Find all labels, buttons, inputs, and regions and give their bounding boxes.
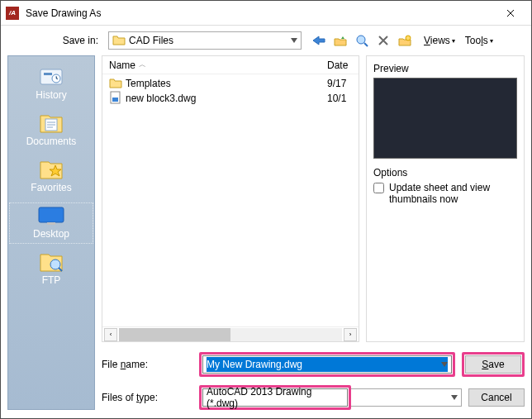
history-icon [35,64,68,89]
scroll-right-button[interactable]: › [344,328,357,341]
new-folder-button[interactable] [396,31,414,50]
chevron-down-icon [451,395,458,400]
preview-label: Preview [373,63,517,74]
svg-point-0 [357,36,365,44]
toolbar-icons [310,31,414,50]
save-in-value: CAD Files [129,35,173,46]
column-name[interactable]: Name ︿ [109,60,327,71]
delete-icon [378,35,389,46]
close-icon [506,9,515,17]
search-web-icon [355,34,368,47]
scroll-thumb[interactable] [119,328,230,341]
svg-rect-7 [47,222,55,225]
save-in-row: Save in: CAD Files Views▾ Tools▾ [7,29,525,52]
svg-point-1 [406,36,411,40]
file-list-panel: Name ︿ Date Templates 9/17 [102,55,359,342]
delete-button[interactable] [374,31,392,50]
column-date-label: Date [327,60,348,71]
views-label: iews [430,35,450,46]
column-date[interactable]: Date [327,60,352,71]
options-section: Options Update sheet and view thumbnails… [373,167,517,205]
place-favorites-label: Favorites [31,182,71,193]
save-button[interactable]: Save [465,355,521,374]
folder-up-icon [334,35,347,46]
place-ftp[interactable]: FTP [8,248,94,291]
bottom-rows: File name: Save [102,352,525,410]
new-folder-icon [398,35,411,46]
cancel-button[interactable]: Cancel [468,388,525,407]
back-arrow-icon [311,35,326,46]
filename-dropdown[interactable] [202,355,452,374]
views-menu[interactable]: Views▾ [420,33,458,48]
place-desktop[interactable]: Desktop [8,202,94,245]
place-favorites[interactable]: Favorites [8,155,94,198]
list-item[interactable]: new block3.dwg 10/1 [109,91,352,106]
place-ftp-label: FTP [42,274,61,286]
file-name: Templates [126,78,324,89]
documents-icon [35,111,68,136]
filename-input[interactable] [207,357,448,372]
middle-area: History Documents Favorites Desktop FTP [7,55,525,410]
save-in-dropdown[interactable]: CAD Files [108,31,302,50]
file-area: Name ︿ Date Templates 9/17 [102,55,525,410]
place-documents-label: Documents [26,136,77,147]
file-grid: Name ︿ Date Templates 9/17 [102,55,525,342]
list-item[interactable]: Templates 9/17 [109,76,352,91]
favorites-icon [35,157,68,182]
svg-rect-6 [39,207,64,222]
filetype-label: Files of type: [102,392,192,403]
window-title: Save Drawing As [26,7,492,19]
file-date: 9/17 [327,78,352,89]
preview-box [373,78,517,159]
place-documents[interactable]: Documents [8,109,94,152]
folder-icon [112,34,126,47]
desktop-icon [35,203,68,228]
save-drawing-as-dialog: /A Save Drawing As Save in: CAD Files [0,0,532,419]
place-desktop-label: Desktop [33,228,69,240]
update-thumbnails-label: Update sheet and view thumbnails now [389,182,517,205]
dialog-body: Save in: CAD Files Views▾ Tools▾ [1,26,531,418]
ftp-icon [35,250,68,274]
sort-indicator-icon: ︿ [139,60,146,70]
back-button[interactable] [310,31,328,50]
column-name-label: Name [109,60,135,71]
scroll-left-button[interactable]: ‹ [104,328,117,341]
place-history-label: History [36,89,66,101]
file-name: new block3.dwg [126,93,324,104]
svg-rect-10 [112,98,118,102]
filename-label: File name: [102,359,192,370]
preview-section: Preview [373,63,517,159]
titlebar: /A Save Drawing As [1,1,531,26]
up-button[interactable] [331,31,349,50]
filetype-dropdown[interactable]: AutoCAD 2013 Drawing (*.dwg) [202,388,348,407]
chevron-down-icon [291,38,297,43]
close-button[interactable] [492,2,530,25]
horizontal-scrollbar[interactable]: ‹ › [102,326,359,341]
file-list[interactable]: Templates 9/17 new block3.dwg 10/1 [102,74,359,326]
folder-icon [109,77,122,91]
filename-row: File name: Save [102,352,525,377]
dwg-file-icon [109,91,122,107]
right-panel: Preview Options Update sheet and view th… [366,55,525,342]
update-thumbnails-checkbox[interactable] [373,183,384,193]
app-icon: /A [6,7,19,20]
place-history[interactable]: History [8,63,94,106]
search-web-button[interactable] [353,31,371,50]
chevron-down-icon [441,362,448,367]
filetype-value: AutoCAD 2013 Drawing (*.dwg) [207,386,344,409]
save-in-label: Save in: [7,35,103,46]
scroll-track[interactable] [119,328,342,341]
tools-menu[interactable]: Tools▾ [462,33,496,48]
file-date: 10/1 [327,93,352,104]
filetype-row: Files of type: AutoCAD 2013 Drawing (*.d… [102,385,525,410]
options-label: Options [373,167,517,179]
places-bar: History Documents Favorites Desktop FTP [7,55,95,410]
file-list-header: Name ︿ Date [102,56,359,74]
menus: Views▾ Tools▾ [420,33,496,48]
svg-rect-3 [44,73,52,75]
